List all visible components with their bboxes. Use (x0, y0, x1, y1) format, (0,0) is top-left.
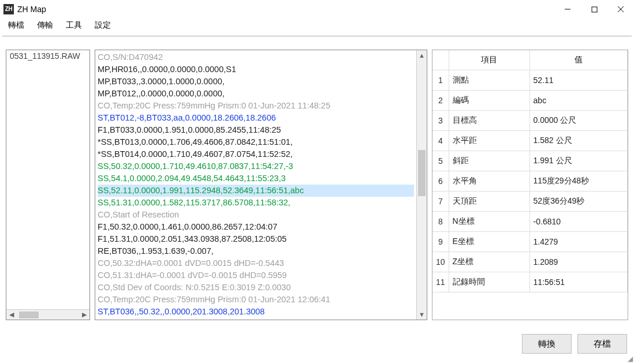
raw-line[interactable]: ST,BT012,-8,BT033,aa,0.0000,18.2606,18.2… (98, 112, 414, 124)
menu-tools[interactable]: 工具 (60, 19, 88, 32)
row-key: 斜距 (449, 151, 529, 171)
menu-bar: 轉檔 傳輸 工具 設定 (0, 18, 634, 32)
table-row[interactable]: 4水平距1.582 公尺 (432, 131, 628, 151)
row-key: 記錄時間 (449, 272, 529, 292)
row-key: 編碼 (449, 91, 529, 111)
row-key: 天頂距 (449, 192, 529, 212)
maximize-button[interactable] (581, 0, 607, 18)
file-item[interactable]: 0531_113915.RAW (6, 50, 89, 62)
close-button[interactable] (607, 0, 634, 18)
raw-line[interactable]: SS,51.31,0.0000,1.582,115.3717,86.5708,1… (98, 197, 414, 209)
row-value: 1.4279 (529, 232, 627, 252)
row-value: 1.582 公尺 (529, 131, 627, 151)
raw-line[interactable]: MP,HR016,,0.0000,0.0000,0.0000,S1 (98, 63, 414, 76)
row-value: 115度29分48秒 (529, 171, 627, 192)
raw-line[interactable]: MP,BT012,,0.0000,0.0000,0.0000, (98, 88, 414, 100)
menu-divider (2, 36, 632, 36)
raw-line[interactable]: F1,BT033,0.0000,1.951,0.0000,85.2455,11:… (98, 124, 414, 136)
row-index: 11 (432, 272, 449, 292)
title-bar: ZH ZH Map (0, 0, 634, 18)
raw-line[interactable]: RE,BT036,,1.953,1.639,-0.007, (98, 245, 414, 257)
table-row[interactable]: 5斜距1.991 公尺 (432, 151, 628, 171)
details-header-row: 項目 值 (432, 50, 628, 70)
row-index: 1 (432, 70, 449, 91)
scroll-down-icon[interactable]: ▼ (419, 309, 425, 320)
file-list[interactable]: 0531_113915.RAW (6, 50, 89, 309)
app-icon: ZH (3, 4, 14, 14)
row-index: 6 (432, 171, 449, 192)
table-row[interactable]: 11記錄時間11:56:51 (432, 272, 628, 292)
row-index: 7 (432, 192, 449, 212)
table-row[interactable]: 1測點52.11 (432, 70, 628, 91)
raw-line[interactable]: F1,51.31,0.0000,2.051,343.0938,87.2508,1… (98, 233, 414, 245)
table-row[interactable]: 10Z坐標1.2089 (432, 252, 628, 272)
raw-vscrollbar[interactable]: ▲ ▼ (416, 50, 427, 320)
menu-settings[interactable]: 設定 (89, 19, 117, 32)
row-value: 52.11 (529, 70, 627, 91)
raw-line[interactable]: CO,Std Dev of Coords: N:0.5215 E:0.3019 … (98, 282, 414, 294)
raw-line[interactable]: F1,50.32,0.0000,1.461,0.0000,86.2657,12:… (98, 221, 414, 233)
details-header-item: 項目 (449, 50, 529, 70)
row-value: 1.2089 (529, 252, 627, 272)
table-row[interactable]: 6水平角115度29分48秒 (432, 171, 628, 192)
convert-button[interactable]: 轉換 (522, 334, 572, 354)
raw-line[interactable]: *SS,BT014,0.0000,1.710,49.4607,87.0754,1… (98, 148, 414, 160)
file-list-hscrollbar[interactable]: ◀ ▶ (6, 309, 89, 320)
raw-line[interactable]: SS,50.32,0.0000,1.710,49.4610,87.0837,11… (98, 160, 414, 172)
raw-line[interactable]: CO,S/N:D470942 (98, 51, 414, 63)
raw-data-list[interactable]: CO,S/N:D470942MP,HR016,,0.0000,0.0000,0.… (95, 50, 416, 320)
menu-transfer[interactable]: 傳輸 (31, 19, 59, 32)
row-value: abc (529, 91, 627, 111)
menu-convert[interactable]: 轉檔 (2, 19, 30, 32)
row-value: 11:56:51 (529, 272, 627, 292)
table-row[interactable]: 8N坐標-0.6810 (432, 212, 628, 232)
raw-line[interactable]: CO,Start of Resection (98, 209, 414, 221)
hscroll-thumb[interactable] (19, 312, 39, 318)
raw-line[interactable]: *SS,BT013,0.0000,1.706,49.4606,87.0842,1… (98, 136, 414, 148)
svg-rect-1 (592, 7, 597, 12)
raw-line[interactable]: ST,BT036,,50.32,,0.0000,201.3008,201.300… (98, 306, 414, 318)
main-content: 0531_113915.RAW ◀ ▶ CO,S/N:D470942MP,HR0… (6, 50, 628, 320)
raw-line[interactable]: CO,51.31:dHA=-0.0001 dVD=-0.0015 dHD=0.5… (98, 269, 414, 282)
raw-line[interactable]: CO,50.32:dHA=0.0001 dVD=0.0015 dHD=-0.54… (98, 257, 414, 269)
table-row[interactable]: 2編碼abc (432, 91, 628, 111)
resize-grip-icon[interactable]: ◢ (625, 355, 633, 363)
row-key: Z坐標 (449, 252, 529, 272)
row-value: 0.0000 公尺 (529, 111, 627, 131)
scroll-right-icon[interactable]: ▶ (79, 311, 89, 318)
minimize-button[interactable] (554, 0, 581, 18)
row-key: 目標高 (449, 111, 529, 131)
row-key: E坐標 (449, 232, 529, 252)
vscroll-thumb[interactable] (418, 150, 426, 196)
table-row[interactable]: 9E坐標1.4279 (432, 232, 628, 252)
scroll-left-icon[interactable]: ◀ (6, 311, 17, 318)
vscroll-track[interactable] (417, 61, 427, 309)
row-value: 52度36分49秒 (529, 192, 627, 212)
table-row[interactable]: 7天頂距52度36分49秒 (432, 192, 628, 212)
window-title: ZH Map (17, 5, 46, 14)
row-key: N坐標 (449, 212, 529, 232)
details-header-value: 值 (529, 50, 627, 70)
row-key: 水平角 (449, 171, 529, 192)
raw-line[interactable]: SS,54.1,0.0000,2.094,49.4548,54.4643,11:… (98, 172, 414, 185)
details-table: 項目 值 1測點52.112編碼abc3目標高0.0000 公尺4水平距1.58… (432, 50, 628, 292)
raw-data-pane: CO,S/N:D470942MP,HR016,,0.0000,0.0000,0.… (95, 50, 427, 320)
row-index: 2 (432, 91, 449, 111)
details-header-idx (432, 50, 449, 70)
row-index: 4 (432, 131, 449, 151)
raw-line[interactable]: MP,BT033,,3.0000,1.0000,0.0000, (98, 76, 414, 88)
raw-line[interactable]: CO,Temp:20C Press:759mmHg Prism:0 01-Jun… (98, 294, 414, 306)
scroll-up-icon[interactable]: ▲ (419, 50, 425, 61)
raw-line[interactable]: CO,Temp:20C Press:759mmHg Prism:0 01-Jun… (98, 100, 414, 112)
row-index: 3 (432, 111, 449, 131)
save-button[interactable]: 存檔 (577, 334, 627, 354)
row-index: 9 (432, 232, 449, 252)
row-key: 測點 (449, 70, 529, 91)
table-row[interactable]: 3目標高0.0000 公尺 (432, 111, 628, 131)
details-pane: 項目 值 1測點52.112編碼abc3目標高0.0000 公尺4水平距1.58… (432, 50, 628, 320)
window-controls (554, 0, 634, 18)
bottom-button-bar: 轉換 存檔 (522, 334, 627, 354)
row-value: -0.6810 (529, 212, 627, 232)
raw-line[interactable]: SS,52.11,0.0000,1.991,115.2948,52.3649,1… (98, 185, 414, 197)
row-key: 水平距 (449, 131, 529, 151)
